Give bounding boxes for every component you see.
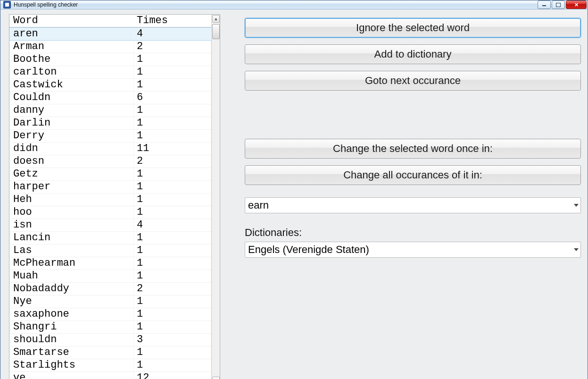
cell-word: Boothe bbox=[9, 53, 134, 66]
table-row[interactable]: Nye1 bbox=[9, 295, 211, 308]
cell-word: Darlin bbox=[9, 117, 134, 129]
dictionary-value: Engels (Verenigde Staten) bbox=[248, 244, 369, 256]
goto-next-button[interactable]: Goto next occurance bbox=[245, 71, 581, 91]
dictionary-combobox[interactable]: Engels (Verenigde Staten) bbox=[245, 242, 581, 258]
cell-times: 12 bbox=[134, 372, 211, 379]
cell-times: 1 bbox=[134, 346, 211, 359]
cell-word: harper bbox=[9, 181, 134, 193]
table-row[interactable]: harper1 bbox=[9, 181, 211, 194]
table-row[interactable]: McPhearman1 bbox=[9, 257, 211, 270]
cell-word: saxaphone bbox=[9, 308, 134, 320]
table-row[interactable]: Arman2 bbox=[9, 41, 211, 53]
cell-word: Shangri bbox=[9, 321, 134, 333]
cell-times: 4 bbox=[134, 28, 211, 40]
scroll-down-button[interactable]: ▼ bbox=[212, 377, 220, 379]
vertical-scrollbar[interactable]: ▲ ▼ bbox=[211, 15, 220, 379]
cell-word: aren bbox=[9, 28, 134, 40]
cell-word: didn bbox=[9, 143, 134, 155]
table-row[interactable]: isn4 bbox=[9, 219, 211, 232]
cell-word: Lancin bbox=[9, 232, 134, 244]
table-row[interactable]: Smartarse1 bbox=[9, 346, 211, 359]
cell-times: 1 bbox=[134, 130, 211, 142]
cell-word: Castwick bbox=[9, 79, 134, 91]
title-bar[interactable]: Hunspell spelling checker bbox=[0, 0, 588, 9]
cell-word: Arman bbox=[9, 41, 134, 53]
header-times[interactable]: Times bbox=[134, 15, 211, 27]
cell-times: 1 bbox=[134, 206, 211, 219]
table-row[interactable]: Las1 bbox=[9, 244, 211, 257]
dictionaries-label: Dictionaries: bbox=[245, 227, 581, 239]
window-title: Hunspell spelling checker bbox=[14, 1, 537, 8]
table-row[interactable]: carlton1 bbox=[9, 66, 211, 79]
cell-times: 2 bbox=[134, 283, 211, 295]
cell-times: 1 bbox=[134, 257, 211, 270]
suggestion-combobox[interactable]: earn bbox=[245, 197, 581, 213]
table-row[interactable]: Derry1 bbox=[9, 130, 211, 143]
cell-times: 1 bbox=[134, 117, 211, 129]
table-row[interactable]: Starlights1 bbox=[9, 359, 211, 372]
cell-times: 1 bbox=[134, 244, 211, 257]
cell-times: 2 bbox=[134, 41, 211, 53]
cell-times: 1 bbox=[134, 321, 211, 333]
cell-word: Nobadaddy bbox=[9, 283, 134, 295]
table-row[interactable]: ve12 bbox=[9, 372, 211, 379]
table-row[interactable]: Heh1 bbox=[9, 194, 211, 206]
cell-word: Couldn bbox=[9, 92, 134, 104]
cell-word: hoo bbox=[9, 206, 134, 219]
suggestion-value: earn bbox=[248, 199, 269, 211]
cell-word: ve bbox=[9, 372, 134, 379]
cell-word: Derry bbox=[9, 130, 134, 142]
actions-panel: Ignore the selected word Add to dictiona… bbox=[245, 14, 581, 379]
cell-times: 1 bbox=[134, 295, 211, 308]
header-word[interactable]: Word bbox=[9, 15, 134, 27]
cell-word: Starlights bbox=[9, 359, 134, 371]
scroll-up-button[interactable]: ▲ bbox=[212, 15, 220, 23]
table-row[interactable]: aren4 bbox=[9, 27, 211, 41]
cell-word: carlton bbox=[9, 66, 134, 78]
cell-word: doesn bbox=[9, 155, 134, 168]
cell-times: 1 bbox=[134, 194, 211, 206]
table-row[interactable]: Muah1 bbox=[9, 270, 211, 283]
change-all-button[interactable]: Change all occurances of it in: bbox=[245, 165, 581, 185]
word-list-header[interactable]: Word Times bbox=[9, 15, 211, 27]
cell-word: McPhearman bbox=[9, 257, 134, 270]
cell-times: 1 bbox=[134, 66, 211, 78]
table-row[interactable]: Shangri1 bbox=[9, 321, 211, 334]
table-row[interactable]: shouldn3 bbox=[9, 334, 211, 346]
table-row[interactable]: didn11 bbox=[9, 143, 211, 155]
cell-times: 1 bbox=[134, 53, 211, 66]
table-row[interactable]: Getz1 bbox=[9, 168, 211, 181]
cell-times: 1 bbox=[134, 308, 211, 320]
cell-times: 1 bbox=[134, 270, 211, 282]
table-row[interactable]: Boothe1 bbox=[9, 53, 211, 66]
table-row[interactable]: danny1 bbox=[9, 104, 211, 117]
scroll-thumb[interactable] bbox=[212, 24, 220, 39]
cell-times: 1 bbox=[134, 359, 211, 371]
word-list[interactable]: Word Times aren4Arman2Boothe1carlton1Cas… bbox=[9, 15, 211, 379]
table-row[interactable]: saxaphone1 bbox=[9, 308, 211, 321]
ignore-button[interactable]: Ignore the selected word bbox=[245, 18, 581, 38]
table-row[interactable]: Darlin1 bbox=[9, 117, 211, 130]
add-to-dictionary-button[interactable]: Add to dictionary bbox=[245, 44, 581, 64]
cell-times: 11 bbox=[134, 143, 211, 155]
table-row[interactable]: Couldn6 bbox=[9, 92, 211, 104]
table-row[interactable]: Lancin1 bbox=[9, 232, 211, 244]
table-row[interactable]: Nobadaddy2 bbox=[9, 283, 211, 295]
cell-times: 1 bbox=[134, 104, 211, 117]
cell-times: 1 bbox=[134, 232, 211, 244]
cell-times: 2 bbox=[134, 155, 211, 168]
change-once-button[interactable]: Change the selected word once in: bbox=[245, 139, 581, 159]
cell-times: 1 bbox=[134, 168, 211, 180]
minimize-button[interactable] bbox=[538, 0, 551, 9]
table-row[interactable]: doesn2 bbox=[9, 155, 211, 168]
cell-times: 1 bbox=[134, 79, 211, 91]
cell-times: 3 bbox=[134, 334, 211, 346]
cell-times: 6 bbox=[134, 92, 211, 104]
cell-word: Smartarse bbox=[9, 346, 134, 359]
chevron-down-icon bbox=[574, 204, 579, 207]
maximize-button[interactable] bbox=[552, 0, 565, 9]
cell-word: isn bbox=[9, 219, 134, 231]
close-button[interactable] bbox=[566, 0, 587, 9]
table-row[interactable]: Castwick1 bbox=[9, 79, 211, 92]
table-row[interactable]: hoo1 bbox=[9, 206, 211, 219]
